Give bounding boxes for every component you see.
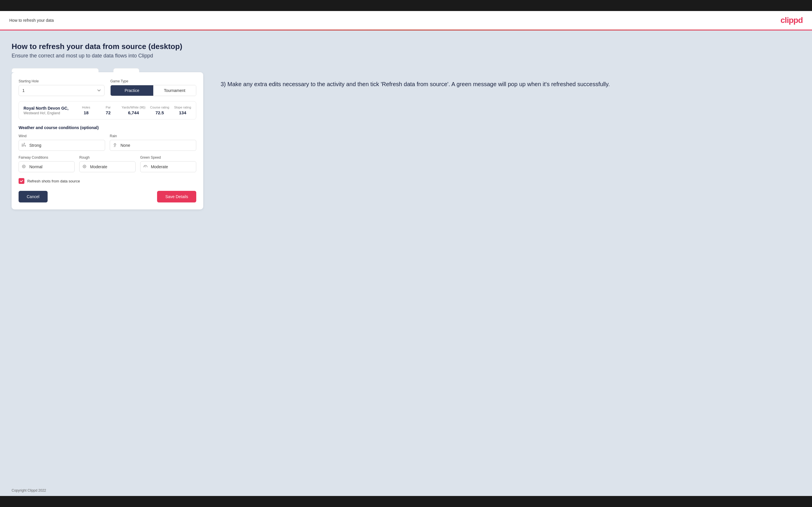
green-speed-select[interactable]: Moderate Slow Fast	[140, 161, 196, 172]
game-type-toggle: Practice Tournament	[110, 85, 196, 96]
wind-label: Wind	[18, 134, 105, 138]
rough-label: Rough	[79, 156, 135, 160]
refresh-checkbox-row: Refresh shots from data source	[18, 178, 196, 184]
course-name-block: Royal North Devon GC, Westward Ho!, Engl…	[23, 106, 73, 115]
copyright: Copyright Clippd 2022	[12, 489, 46, 493]
refresh-checkbox[interactable]	[18, 178, 24, 184]
par-label: Par	[100, 106, 117, 109]
fairway-label: Fairway Conditions	[18, 156, 74, 160]
rain-label: Rain	[110, 134, 196, 138]
cancel-button[interactable]: Cancel	[18, 191, 48, 203]
course-stat-course-rating: Course rating 72.5	[150, 106, 169, 115]
form-section: Starting Hole 1 10 Game Type Practice To…	[12, 68, 203, 210]
footer: Copyright Clippd 2022	[0, 485, 812, 496]
tournament-button[interactable]: Tournament	[153, 85, 196, 96]
practice-button[interactable]: Practice	[111, 85, 153, 96]
description-block: 3) Make any extra edits necessary to the…	[221, 68, 800, 89]
starting-hole-select[interactable]: 1 10	[18, 85, 104, 96]
game-type-group: Game Type Practice Tournament	[110, 79, 196, 96]
button-row: Cancel Save Details	[18, 191, 196, 203]
game-type-label: Game Type	[110, 79, 196, 83]
page-subheading: Ensure the correct and most up to date d…	[12, 53, 800, 59]
conditions-row: Fairway Conditions Normal Firm	[18, 156, 196, 172]
green-speed-select-wrapper: Moderate Slow Fast	[140, 161, 196, 172]
starting-hole-label: Starting Hole	[18, 79, 104, 83]
course-stat-holes: Holes 18	[78, 106, 95, 115]
top-form-row: Starting Hole 1 10 Game Type Practice To…	[18, 79, 196, 96]
content-area: How to refresh your data from source (de…	[0, 31, 812, 485]
fairway-select[interactable]: Normal Firm Soft	[18, 161, 74, 172]
starting-hole-group: Starting Hole 1 10	[18, 79, 104, 96]
rain-select-wrapper: None Light Moderate Heavy	[110, 140, 196, 151]
course-rating-value: 72.5	[150, 110, 169, 115]
green-speed-label: Green Speed	[140, 156, 196, 160]
main-layout: Starting Hole 1 10 Game Type Practice To…	[12, 68, 800, 210]
conditions-heading: Weather and course conditions (optional)	[18, 125, 196, 130]
yards-value: 6,744	[122, 110, 145, 115]
logo: clippd	[781, 16, 803, 25]
top-bar	[0, 0, 812, 11]
course-location: Westward Ho!, England	[23, 111, 73, 115]
rain-select[interactable]: None Light Moderate Heavy	[110, 140, 196, 151]
yards-label: Yards/White (M))	[122, 106, 145, 109]
course-rating-label: Course rating	[150, 106, 169, 109]
course-stat-slope-rating: Slope rating 134	[174, 106, 191, 115]
course-stat-yards: Yards/White (M)) 6,744	[122, 106, 145, 115]
form-card: Starting Hole 1 10 Game Type Practice To…	[12, 72, 203, 210]
page-heading: How to refresh your data from source (de…	[12, 42, 800, 51]
holes-label: Holes	[78, 106, 95, 109]
save-button[interactable]: Save Details	[157, 191, 196, 203]
rough-select-wrapper: Moderate Light Heavy	[79, 161, 135, 172]
fairway-select-wrapper: Normal Firm Soft	[18, 161, 74, 172]
header-title: How to refresh your data	[9, 18, 54, 22]
holes-value: 18	[78, 110, 95, 115]
wind-select-wrapper: Strong Light Moderate None	[18, 140, 105, 151]
rain-group: Rain None Light Modera	[110, 134, 196, 151]
fairway-group: Fairway Conditions Normal Firm	[18, 156, 74, 172]
par-value: 72	[100, 110, 117, 115]
slope-rating-label: Slope rating	[174, 106, 191, 109]
rough-group: Rough Moderate Light H	[79, 156, 135, 172]
partial-card-right	[113, 68, 139, 72]
course-stat-par: Par 72	[100, 106, 117, 115]
refresh-label: Refresh shots from data source	[27, 179, 80, 183]
course-name: Royal North Devon GC,	[23, 106, 73, 111]
bottom-bar	[0, 496, 812, 507]
wind-rain-row: Wind Strong	[18, 134, 196, 151]
rough-select[interactable]: Moderate Light Heavy	[79, 161, 135, 172]
header: How to refresh your data clippd	[0, 11, 812, 30]
course-row: Royal North Devon GC, Westward Ho!, Engl…	[18, 101, 196, 119]
wind-group: Wind Strong	[18, 134, 105, 151]
partial-card-left	[12, 68, 99, 72]
slope-rating-value: 134	[174, 110, 191, 115]
description-text: 3) Make any extra edits necessary to the…	[221, 80, 800, 89]
wind-select[interactable]: Strong Light Moderate None	[18, 140, 105, 151]
green-speed-group: Green Speed Moderate Slow	[140, 156, 196, 172]
